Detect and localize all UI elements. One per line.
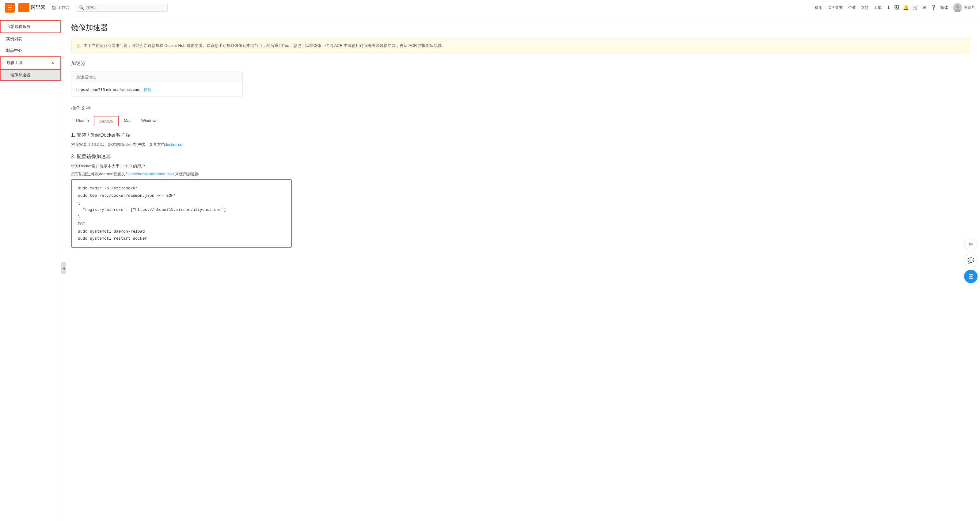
search-input[interactable] — [86, 5, 164, 10]
lang-switch[interactable]: 简体 — [940, 5, 948, 10]
docs-title: 操作文档 — [71, 105, 970, 112]
download-icon[interactable]: ⬇ — [886, 5, 891, 10]
logo-box: ←→ — [18, 3, 29, 12]
sidebar-label-instance: 实例列表 — [6, 36, 22, 42]
nav-icp[interactable]: ICP 备案 — [827, 5, 843, 10]
logo-text: 阿里云 — [31, 4, 45, 11]
grid-float-button[interactable]: ⊞ — [964, 270, 978, 283]
collapse-icon: ◀ — [62, 267, 65, 270]
sidebar-label-accelerator: 镜像加速器 — [10, 73, 30, 77]
nav-icons: ⬇ 🖼 🔔 🛒 ☀ ❓ 简体 — [886, 5, 948, 10]
hamburger-icon: ☰ — [7, 5, 12, 10]
sidebar-group-mirror-tools[interactable]: 镜像工具 ∧ — [0, 56, 61, 69]
accelerator-box: 加速器地址 https://htouo715.mirror.aliyuncs.c… — [71, 71, 243, 97]
grid-icon: ⊞ — [968, 272, 974, 280]
float-buttons: ✏ 💬 ⊞ — [962, 235, 980, 286]
warning-banner: ⚠ 由于当前运营商网络问题，可能会导致您拉取 Docker Hub 镜像变慢。建… — [71, 38, 970, 53]
sidebar-item-mirror-accelerator[interactable]: 镜像加速器 — [0, 69, 61, 81]
svg-point-0 — [956, 5, 959, 9]
chat-float-button[interactable]: 💬 — [964, 254, 978, 267]
step1-desc: 推荐安装 1.10.0 以上版本的Docker客户端，参考文档docker-ce — [71, 142, 970, 148]
code-block: sudo mkdir -p /etc/docker sudo tee /etc/… — [71, 179, 292, 248]
question-icon[interactable]: ❓ — [931, 5, 937, 10]
edit-float-button[interactable]: ✏ — [964, 238, 978, 251]
hamburger-button[interactable]: ☰ — [5, 3, 15, 13]
sidebar-item-container-service[interactable]: 容器镜像服务 — [0, 20, 61, 33]
docs-section: 操作文档 Ubuntu CentOS Mac Windows 1. 安装 / 升… — [71, 105, 970, 248]
step1-desc-suffix: 以上版本的Docker客户端，参考文档 — [99, 142, 165, 147]
home-icon: 🏠 — [51, 5, 56, 10]
nav-fee[interactable]: 费用 — [815, 5, 822, 10]
warning-icon: ⚠ — [76, 43, 81, 49]
sidebar-item-artifact[interactable]: 制品中心 — [0, 45, 61, 56]
nav-enterprise[interactable]: 企业 — [848, 5, 856, 10]
main-content: 镜像加速器 ⚠ 由于当前运营商网络问题，可能会导致您拉取 Docker Hub … — [61, 15, 980, 521]
image-icon[interactable]: 🖼 — [894, 5, 899, 10]
step2-desc2: 您可以通过修改daemon配置文件 /etc/docker/daemon.jso… — [71, 171, 970, 177]
workbench-label: 工作台 — [57, 5, 70, 10]
accelerator-url: https://htouo715.mirror.aliyuncs.com — [76, 88, 140, 92]
user-menu[interactable]: 主账号 — [953, 3, 975, 12]
step2-desc2-prefix: 您可以通过修改daemon配置文件 — [71, 172, 130, 176]
layout: 容器镜像服务 实例列表 制品中心 镜像工具 ∧ 镜像加速器 ◀ 镜像加速器 ⚠ — [0, 15, 980, 521]
sidebar-collapse-button[interactable]: ◀ — [61, 262, 66, 274]
nav-ticket[interactable]: 工单 — [873, 5, 881, 10]
sidebar: 容器镜像服务 实例列表 制品中心 镜像工具 ∧ 镜像加速器 — [0, 15, 61, 521]
logo-icon: ←→ — [21, 6, 27, 10]
svg-point-1 — [955, 9, 961, 12]
step1-title: 1. 安装 / 升级Docker客户端 — [71, 132, 970, 139]
step1-version: 1.10.0 — [88, 142, 99, 147]
step2-title: 2. 配置镜像加速器 — [71, 153, 970, 160]
sidebar-label-artifact: 制品中心 — [6, 48, 22, 53]
tab-ubuntu[interactable]: Ubuntu — [71, 116, 94, 126]
chevron-up-icon: ∧ — [51, 61, 54, 65]
nav-right: 费用 ICP 备案 企业 支持 工单 ⬇ 🖼 🔔 🛒 ☀ ❓ 简体 主账号 — [815, 3, 975, 12]
avatar — [953, 3, 962, 12]
edit-icon: ✏ — [969, 241, 973, 248]
accelerator-section-title: 加速器 — [71, 61, 970, 67]
sidebar-item-instance-list[interactable]: 实例列表 — [0, 33, 61, 45]
search-icon: 🔍 — [79, 5, 84, 10]
username: 主账号 — [964, 5, 975, 10]
tab-centos[interactable]: CentOS — [94, 116, 119, 126]
step2-desc2-suffix: 来使用加速器 — [174, 172, 199, 176]
tab-mac[interactable]: Mac — [119, 116, 136, 126]
cart-icon[interactable]: 🛒 — [913, 5, 919, 10]
bell-icon[interactable]: 🔔 — [903, 5, 909, 10]
sidebar-group-label: 镜像工具 — [7, 60, 23, 65]
sidebar-label-container: 容器镜像服务 — [7, 24, 31, 29]
top-nav: ☰ ←→ 阿里云 🏠 工作台 🔍 费用 ICP 备案 企业 支持 工单 ⬇ 🖼 … — [0, 0, 980, 15]
tab-windows[interactable]: Windows — [136, 116, 162, 126]
step2-desc1: 针对Docker客户端版本大于 1.10.0 的用户 — [71, 163, 970, 169]
logo[interactable]: ←→ 阿里云 — [18, 3, 45, 12]
daemon-json-link[interactable]: /etc/docker/daemon.json — [130, 172, 174, 176]
workbench-link[interactable]: 🏠 工作台 — [49, 5, 72, 10]
sidebar-wrapper: 容器镜像服务 实例列表 制品中心 镜像工具 ∧ 镜像加速器 ◀ — [0, 15, 61, 521]
warning-text: 由于当前运营商网络问题，可能会导致您拉取 Docker Hub 镜像变慢。建议您… — [84, 43, 446, 49]
os-tabs: Ubuntu CentOS Mac Windows — [71, 116, 970, 126]
brightness-icon[interactable]: ☀ — [923, 5, 927, 10]
chat-icon: 💬 — [967, 257, 974, 264]
step1-desc-prefix: 推荐安装 — [71, 142, 88, 147]
docker-ce-link[interactable]: docker-ce — [165, 142, 182, 147]
accelerator-header: 加速器地址 — [72, 72, 242, 83]
page-title: 镜像加速器 — [71, 23, 970, 32]
search-bar[interactable]: 🔍 — [76, 4, 168, 12]
nav-support[interactable]: 支持 — [861, 5, 869, 10]
copy-button[interactable]: 复制 — [143, 87, 151, 92]
accelerator-value-row: https://htouo715.mirror.aliyuncs.com 复制 — [72, 83, 242, 96]
